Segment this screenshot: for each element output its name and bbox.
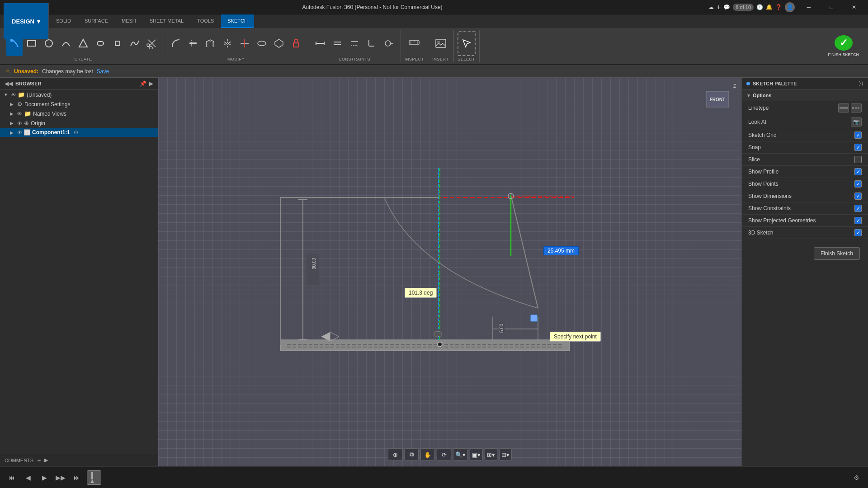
tab-mesh[interactable]: MESH [115, 14, 142, 28]
profile-icon[interactable]: 👤 [785, 2, 795, 12]
tab-tools[interactable]: TOOLS [191, 14, 220, 28]
lock-btn[interactable] [288, 31, 304, 56]
tree-item-origin[interactable]: ▶ 👁 ⊕ Origin [0, 118, 158, 128]
inspect-measure-btn[interactable] [405, 31, 423, 56]
trim-btn[interactable] [185, 31, 201, 56]
orbit-vp-btn[interactable]: ⟳ [437, 448, 451, 461]
show-points-checkbox[interactable]: ✓ [854, 180, 862, 188]
display-mode-vp-btn[interactable]: ▣▾ [470, 448, 483, 461]
linetype-dashed-btn[interactable] [851, 103, 862, 113]
origin-icon: ⊕ [24, 120, 29, 127]
svg-rect-33 [280, 340, 570, 351]
constraint-perp-btn[interactable] [363, 31, 380, 56]
constraint-tangent-btn[interactable] [381, 31, 397, 56]
triangle-tool-btn[interactable] [75, 31, 91, 56]
tree-item-root[interactable]: ▼ 👁 📁 (Unsaved) [0, 90, 158, 99]
timeline-marker-btn[interactable] [87, 470, 101, 485]
clock-icon[interactable]: 🕐 [756, 4, 763, 10]
ellipse-btn[interactable] [254, 31, 270, 56]
capture-vp-btn[interactable]: ⧉ [404, 448, 419, 461]
tab-sketch[interactable]: SKETCH [221, 14, 254, 28]
fillet-btn[interactable] [168, 31, 184, 56]
show-profile-checkbox[interactable]: ✓ [854, 168, 862, 175]
slot-tool-btn[interactable] [92, 31, 108, 56]
browser-pin-icon[interactable]: 📌 [140, 80, 146, 87]
chat-icon[interactable]: 💬 [723, 4, 730, 10]
spline-tool-btn[interactable] [127, 31, 143, 56]
add-icon[interactable]: + [717, 3, 721, 11]
timeline-settings-icon[interactable]: ⚙ [850, 471, 863, 484]
snap-checkbox[interactable]: ✓ [854, 144, 862, 151]
square-tool-btn[interactable] [109, 31, 126, 56]
minimize-btn[interactable]: ─ [798, 0, 819, 14]
timeline-next-btn[interactable]: ▶▶ [54, 471, 67, 484]
split-btn[interactable] [236, 31, 253, 56]
line-tool-btn[interactable] [6, 31, 23, 56]
arrow-left-icon[interactable]: ◀◀ [5, 80, 13, 87]
show-dimensions-checkbox[interactable]: ✓ [854, 192, 862, 200]
tree-item-component[interactable]: ▶ 👁 Component1:1 ⊙ [0, 128, 158, 137]
arrow-right-icon: ▶ [10, 102, 15, 107]
select-mode-btn[interactable] [458, 31, 476, 56]
create-label: CREATE [75, 56, 92, 61]
insert-image-btn[interactable] [432, 31, 450, 56]
eye-icon-4[interactable]: 👁 [17, 130, 22, 135]
modify-label: MODIFY [227, 56, 245, 61]
zoom-vp-btn[interactable]: 🔍▾ [453, 448, 468, 461]
browser-collapse-icon[interactable]: ▶ [149, 80, 153, 87]
comments-pin-icon[interactable]: ▶ [44, 457, 48, 463]
canvas-area[interactable]: 25.495 mm 101.3 deg Specify next point 3… [158, 78, 741, 466]
polygon-btn[interactable] [271, 31, 287, 56]
tab-solid[interactable]: SOLID [50, 14, 77, 28]
timeline-first-btn[interactable]: ⏮ [5, 471, 18, 484]
bell-icon[interactable]: 🔔 [766, 4, 773, 10]
eye-icon[interactable]: 👁 [11, 92, 16, 98]
mirror-btn[interactable] [219, 31, 236, 56]
constraint-horiz-btn[interactable] [312, 31, 328, 56]
layout-vp-btn[interactable]: ⊟▾ [499, 448, 512, 461]
rectangle-tool-btn[interactable] [24, 31, 40, 56]
tab-surface[interactable]: SURFACE [78, 14, 114, 28]
ribbon-tabs: DESIGN ▾ SOLID SURFACE MESH SHEET METAL … [0, 14, 868, 28]
save-link[interactable]: Save [97, 68, 109, 75]
eye-icon-3[interactable]: 👁 [17, 121, 22, 126]
offset-btn[interactable] [202, 31, 218, 56]
grid-vp-btn[interactable]: ⊞▾ [485, 448, 497, 461]
timeline-prev-btn[interactable]: ◀ [22, 471, 34, 484]
look-at-btn[interactable]: 📷 [851, 117, 862, 127]
select-mode-vp-btn[interactable]: ⊕ [388, 448, 402, 461]
view-cube[interactable]: Z FRONT [701, 82, 737, 118]
unsaved-label: Unsaved: [14, 68, 38, 75]
circle-tool-btn[interactable] [41, 31, 57, 56]
tree-item-named-views[interactable]: ▶ 👁 📁 Named Views [0, 109, 158, 118]
add-comment-icon[interactable]: + [37, 457, 41, 464]
slice-checkbox[interactable] [854, 156, 862, 163]
svg-point-54 [438, 342, 442, 347]
3d-sketch-checkbox[interactable]: ✓ [854, 229, 862, 236]
tree-item-doc-settings[interactable]: ▶ ⚙ Document Settings [0, 99, 158, 109]
constraint-equal-btn[interactable] [329, 31, 345, 56]
finish-sketch-ribbon-btn[interactable]: ✓ FINISH SKETCH [825, 33, 862, 59]
finish-sketch-palette-btn[interactable]: Finish Sketch [814, 247, 860, 260]
help-icon[interactable]: ❓ [775, 4, 782, 10]
arc-tool-btn[interactable] [58, 31, 74, 56]
maximize-btn[interactable]: □ [821, 0, 842, 14]
tab-sheet-metal[interactable]: SHEET METAL [143, 14, 190, 28]
trim-tool-btn[interactable] [144, 31, 160, 56]
timeline-last-btn[interactable]: ⏭ [71, 471, 83, 484]
timeline-play-btn[interactable]: ▶ [38, 471, 51, 484]
sidebar: ◀◀ BROWSER 📌 ▶ ▼ 👁 📁 (Unsaved) ▶ ⚙ Docum… [0, 78, 158, 466]
pan-vp-btn[interactable]: ✋ [420, 448, 435, 461]
close-btn[interactable]: ✕ [844, 0, 864, 14]
palette-expand-icon[interactable]: ⟩⟩ [859, 80, 863, 87]
svg-rect-30 [436, 39, 446, 47]
warning-icon: ⚠ [5, 68, 10, 75]
constraint-parallel-btn[interactable] [346, 31, 363, 56]
dimension-label[interactable]: 25.495 mm [543, 246, 579, 255]
palette-options-header[interactable]: ▼ Options [742, 90, 868, 101]
eye-icon-2[interactable]: 👁 [17, 111, 22, 117]
linetype-solid-btn[interactable] [838, 103, 849, 113]
sketch-grid-checkbox[interactable]: ✓ [854, 131, 862, 139]
show-constraints-checkbox[interactable]: ✓ [854, 205, 862, 212]
show-projected-checkbox[interactable]: ✓ [854, 217, 862, 224]
